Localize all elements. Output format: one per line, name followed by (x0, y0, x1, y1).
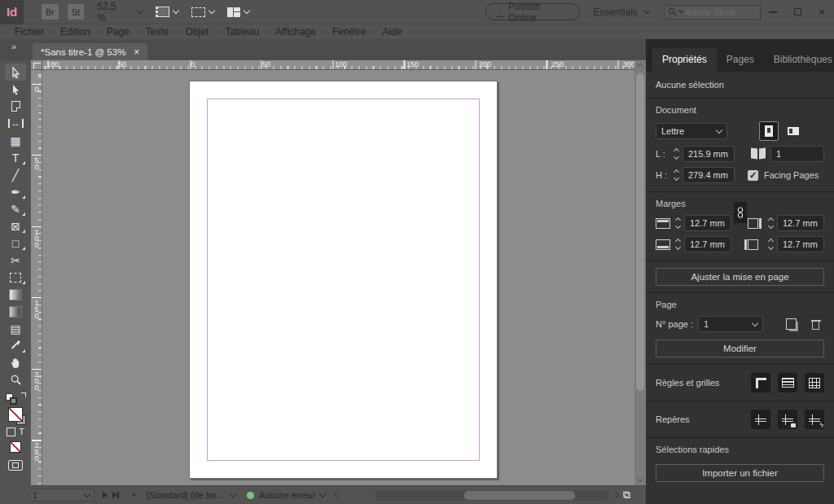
content-collector-tool[interactable]: ▦ (5, 132, 26, 149)
stock-search-input[interactable] (685, 7, 750, 17)
pages-count-field[interactable]: 1 (770, 146, 824, 162)
show-rulers-button[interactable] (751, 373, 770, 392)
page-tool[interactable] (5, 98, 26, 115)
direct-selection-tool[interactable] (5, 81, 26, 98)
document-page[interactable] (189, 81, 498, 479)
fill-color-swatch[interactable] (8, 407, 23, 422)
selection-tool[interactable] (5, 64, 26, 81)
margin-inside-stepper[interactable] (766, 215, 775, 231)
tab-bibliotheques[interactable]: Bibliothèques (764, 48, 834, 72)
line-tool[interactable]: ╱ (5, 166, 26, 183)
bridge-button[interactable]: Br (42, 4, 58, 20)
adobe-stock-button[interactable]: St (68, 4, 84, 20)
last-page-button[interactable] (112, 492, 119, 498)
scissors-tool[interactable]: ✂ (5, 252, 26, 269)
facing-pages-checkbox[interactable]: ✓ (748, 170, 758, 181)
edit-page-button[interactable]: Modifier (656, 340, 824, 357)
page-number-select[interactable]: 1 (28, 489, 94, 502)
trash-icon[interactable] (811, 318, 821, 330)
pasteboard[interactable]: 0 50 100 150 200 250 (31, 70, 634, 485)
type-tool[interactable]: T (5, 149, 26, 166)
collapse-panels-icon[interactable]: » (11, 42, 16, 51)
page-number-dropdown[interactable]: 1 (698, 316, 763, 332)
menu-texte[interactable]: Texte (138, 26, 178, 37)
stroke-color-swatch[interactable] (16, 415, 26, 425)
frame-tool[interactable]: ⊠ (5, 217, 26, 234)
rectangle-tool[interactable]: □ (5, 234, 26, 252)
menu-fichier[interactable]: Fichier (7, 26, 52, 37)
view-options-button[interactable] (156, 7, 178, 17)
tab-proprietes[interactable]: Propriétés (652, 48, 717, 72)
menu-edition[interactable]: Edition (52, 26, 99, 37)
zoom-level-value[interactable]: 52.5 % (97, 1, 126, 24)
gradient-swatch-tool[interactable] (5, 286, 26, 303)
new-page-icon[interactable] (786, 318, 797, 330)
free-transform-tool[interactable] (5, 269, 26, 286)
margin-top-stepper[interactable] (674, 215, 683, 231)
adobe-stock-search[interactable] (664, 5, 761, 20)
zoom-dropdown-chevron-icon[interactable] (137, 7, 143, 14)
margin-outside-stepper[interactable] (766, 236, 775, 252)
publish-online-button[interactable]: ↑ Publish Online (485, 3, 580, 20)
height-stepper[interactable] (672, 167, 681, 183)
hand-tool[interactable] (5, 354, 26, 371)
tab-pages[interactable]: Pages (717, 48, 764, 72)
link-margins-button[interactable] (734, 202, 747, 223)
apply-none-button[interactable] (10, 441, 21, 453)
close-button[interactable]: × (810, 0, 834, 24)
baseline-grid-button[interactable] (778, 373, 797, 392)
margin-bottom-stepper[interactable] (674, 236, 683, 252)
lock-guides-button[interactable] (778, 410, 797, 429)
screen-mode-tool-button[interactable] (8, 460, 23, 471)
scroll-down-icon[interactable] (637, 476, 643, 482)
margin-top-field[interactable]: 12.7 mm (684, 215, 731, 231)
vertical-scrollbar[interactable] (634, 60, 646, 485)
scroll-left-icon[interactable] (334, 492, 340, 498)
next-page-button[interactable] (103, 492, 108, 498)
swap-fill-stroke-icon[interactable] (21, 392, 26, 397)
page-size-dropdown[interactable]: Lettre (656, 123, 727, 139)
scroll-up-icon[interactable] (637, 64, 643, 70)
vertical-ruler[interactable]: 0 50 100 150 200 250 (31, 70, 42, 485)
menu-affichage[interactable]: Affichage (267, 26, 324, 37)
margin-inside-field[interactable]: 12.7 mm (777, 215, 824, 231)
zoom-tool[interactable] (5, 371, 26, 388)
horizontal-ruler[interactable]: 100 50 0 50 100 150 200 250 300 (31, 60, 634, 70)
pencil-tool[interactable]: ✎ (5, 200, 26, 217)
menu-fenetre[interactable]: Fenêtre (324, 26, 374, 37)
formatting-affects-text-button[interactable]: T (19, 427, 24, 436)
import-file-button[interactable]: Importer un fichier (656, 464, 824, 482)
fill-stroke-controls[interactable] (3, 392, 28, 405)
note-tool[interactable]: ▤ (5, 320, 26, 337)
smart-guides-button[interactable]: ϟ (805, 410, 824, 429)
preflight-profile-menu[interactable]: [Standard] (de tra... (147, 490, 235, 500)
menu-aide[interactable]: Aide (374, 26, 410, 37)
orientation-portrait-button[interactable] (759, 121, 779, 141)
workspace-switcher[interactable]: Essentials (593, 7, 649, 18)
scroll-right-icon[interactable] (612, 492, 619, 498)
minimize-button[interactable] (761, 0, 785, 24)
gap-tool[interactable]: ↔ (5, 115, 26, 132)
horizontal-scrollbar[interactable] (375, 490, 609, 501)
menu-page[interactable]: Page (99, 26, 138, 37)
margin-bottom-field[interactable]: 12.7 mm (684, 236, 731, 252)
eyedropper-tool[interactable] (5, 337, 26, 354)
ruler-origin-corner[interactable] (31, 60, 42, 70)
height-field[interactable]: 279.4 mm (683, 167, 735, 183)
adjust-layout-button[interactable]: Ajuster la mise en page (656, 268, 824, 286)
preflight-gauge-icon[interactable]: ◔ (127, 489, 140, 502)
vertical-scroll-thumb[interactable] (636, 73, 644, 391)
maximize-button[interactable] (785, 0, 810, 24)
menu-objet[interactable]: Objet (177, 26, 217, 37)
document-tab[interactable]: *Sans titre-1 @ 53% × (33, 43, 147, 60)
pen-tool[interactable]: ✒ (5, 183, 26, 200)
menu-tableau[interactable]: Tableau (217, 26, 267, 37)
screen-mode-button[interactable] (191, 7, 214, 17)
show-guides-button[interactable] (751, 410, 770, 429)
width-field[interactable]: 215.9 mm (683, 146, 735, 162)
horizontal-scroll-thumb[interactable] (464, 491, 575, 500)
preflight-status[interactable]: Aucune erreur (247, 490, 326, 500)
margin-outside-field[interactable]: 12.7 mm (777, 236, 824, 252)
spread-view-icon[interactable]: ⧉ (623, 489, 630, 502)
orientation-landscape-button[interactable] (784, 121, 803, 141)
